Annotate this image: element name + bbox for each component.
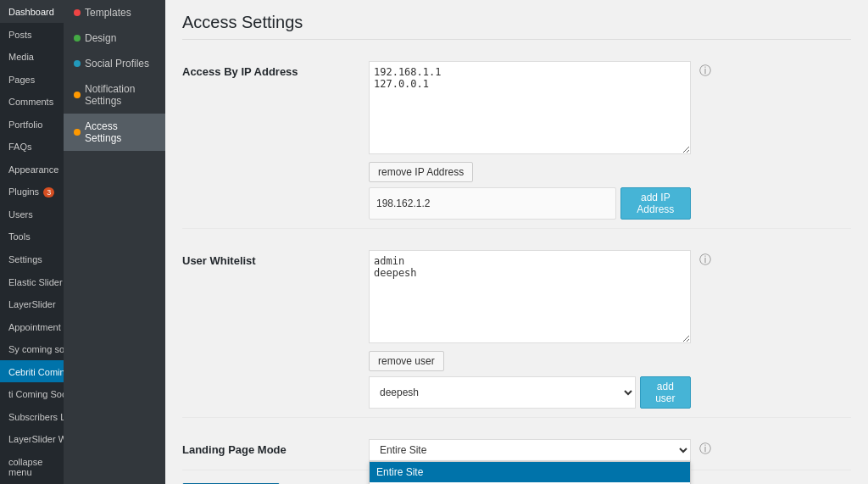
user-whitelist-label: User Whitelist xyxy=(182,250,369,267)
notification-icon xyxy=(74,92,81,98)
sidebar-item-tools[interactable]: Tools xyxy=(0,225,64,248)
social-icon xyxy=(74,60,81,67)
sidebar-item-layerslider-wp[interactable]: LayerSlider WP xyxy=(0,427,64,450)
sidebar-item-cebriti-coming-soon-pro[interactable]: Cebriti Coming Soon Pro xyxy=(0,360,64,383)
user-whitelist-section: User Whitelist remove user deepesh admin… xyxy=(182,242,851,418)
landing-page-select[interactable]: Entire Site ap class Home Our Team portf… xyxy=(369,439,691,461)
ip-address-control: remove IP Address add IP Address xyxy=(369,61,691,220)
page-title: Access Settings xyxy=(182,13,851,40)
landing-page-section: Landing Page Mode Entire Site ap class H… xyxy=(182,431,851,470)
collapse-menu[interactable]: collapse menu xyxy=(0,450,64,484)
sidebar-item-sy-coming-soon[interactable]: Sy coming soon xyxy=(0,337,64,360)
sub-sidebar-item-notification-settings[interactable]: Notification Settings xyxy=(64,76,165,114)
sidebar-item-portfolio[interactable]: Portfolio xyxy=(0,113,64,136)
landing-help-icon[interactable]: ⓘ xyxy=(699,442,711,457)
add-ip-button[interactable]: add IP Address xyxy=(620,187,691,220)
remove-ip-button[interactable]: remove IP Address xyxy=(369,162,473,182)
ip-address-label: Access By IP Address xyxy=(182,61,369,78)
sidebar-item-posts[interactable]: Posts xyxy=(0,23,64,46)
ip-help-icon[interactable]: ⓘ xyxy=(699,64,711,79)
sub-sidebar-item-access-settings[interactable]: Access Settings xyxy=(64,114,165,151)
access-icon xyxy=(74,129,81,136)
sub-sidebar-item-templates[interactable]: Templates xyxy=(64,0,165,25)
add-user-button[interactable]: add user xyxy=(640,376,691,409)
sidebar-item-appointment-calendar[interactable]: Appointment Calendar xyxy=(0,315,64,338)
user-whitelist-control: remove user deepesh admin add user xyxy=(369,250,691,409)
sidebar-item-comments[interactable]: Comments xyxy=(0,90,64,113)
sub-sidebar: Templates Design Social Profiles Notific… xyxy=(64,0,165,484)
user-help-icon[interactable]: ⓘ xyxy=(699,253,711,268)
sidebar-item-settings[interactable]: Settings xyxy=(0,248,64,270)
sub-sidebar-item-design[interactable]: Design xyxy=(64,25,165,51)
ip-address-section: Access By IP Address remove IP Address a… xyxy=(182,53,851,229)
design-icon xyxy=(74,35,81,42)
sidebar-item-layer-slider[interactable]: LayerSlider xyxy=(0,292,64,315)
sidebar-item-plugins[interactable]: Plugins 3 xyxy=(0,180,64,203)
sidebar-item-users[interactable]: Users xyxy=(0,203,64,225)
plugins-badge: 3 xyxy=(43,187,54,197)
sidebar-item-dashboard[interactable]: Dashboard xyxy=(0,0,64,23)
sidebar-item-pages[interactable]: Pages xyxy=(0,68,64,91)
sidebar-item-ti-coming-soon[interactable]: ti Coming Soon xyxy=(0,382,64,405)
dropdown-item-entire-site[interactable]: Entire Site xyxy=(370,462,690,482)
templates-icon xyxy=(74,9,81,16)
sidebar-item-subscribers-list[interactable]: Subscribers List xyxy=(0,405,64,428)
sub-sidebar-item-social-profiles[interactable]: Social Profiles xyxy=(64,51,165,76)
remove-user-button[interactable]: remove user xyxy=(369,351,444,371)
add-user-select[interactable]: deepesh admin xyxy=(369,376,636,409)
user-whitelist-textarea[interactable] xyxy=(369,250,691,343)
ip-address-textarea[interactable] xyxy=(369,61,691,154)
landing-page-label: Landing Page Mode xyxy=(182,439,369,456)
main-content: Access Settings Access By IP Address rem… xyxy=(165,0,868,484)
landing-page-dropdown: Entire Site ap class Home Our Team portf… xyxy=(369,461,691,484)
sidebar-item-appearance[interactable]: Appearance xyxy=(0,158,64,181)
sidebar-item-media[interactable]: Media xyxy=(0,45,64,68)
add-ip-input[interactable] xyxy=(369,187,616,220)
sidebar-item-faqs[interactable]: FAQs xyxy=(0,135,64,158)
sidebar-item-elastic-slider[interactable]: Elastic Slider xyxy=(0,270,64,293)
main-sidebar: Dashboard Posts Media Pages Comments Por… xyxy=(0,0,64,484)
landing-page-control: Entire Site ap class Home Our Team portf… xyxy=(369,439,691,461)
